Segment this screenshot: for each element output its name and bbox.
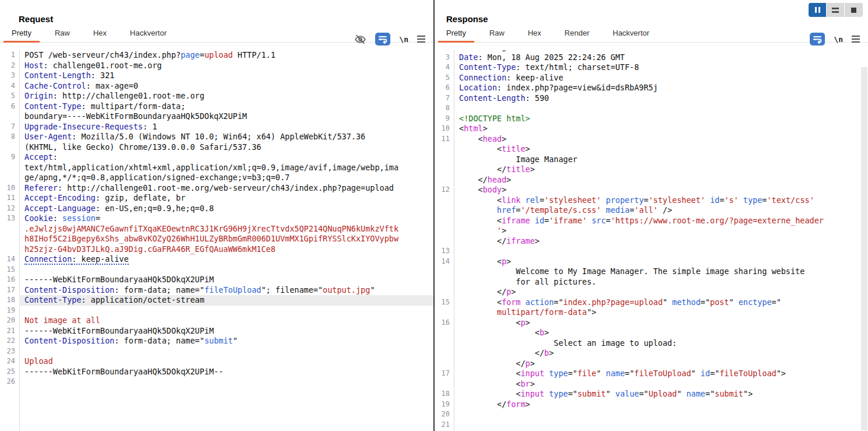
code-line[interactable]: text/html,application/xhtml+xml,applicat…	[0, 163, 433, 173]
code-text: h25zjz-G4bvD3TJLkQ.aJ9Dig.cGaFRA46R_EGfQ…	[19, 244, 433, 255]
tab-render[interactable]: Render	[559, 26, 595, 42]
editor-menu-icon[interactable]	[417, 36, 425, 43]
code-line[interactable]: 7Content-Length: 590	[435, 93, 868, 104]
code-line[interactable]: 20Not image at all	[0, 316, 433, 326]
code-line[interactable]: 3Date: Mon, 18 Aug 2025 22:24:26 GMT	[435, 52, 868, 63]
code-line[interactable]: 4Cache-Control: max-age=0	[0, 81, 433, 92]
code-line[interactable]: 10<html>	[435, 124, 868, 134]
tab-pretty[interactable]: Pretty	[440, 26, 472, 42]
code-line[interactable]: <link rel='stylesheet' property='stylesh…	[435, 195, 868, 206]
tab-hex[interactable]: Hex	[87, 26, 112, 42]
code-line[interactable]: Select an image to upload:	[435, 338, 868, 349]
code-line[interactable]: </p>	[435, 359, 868, 369]
pause-button[interactable]	[809, 3, 827, 17]
code-line[interactable]: </p>	[435, 287, 868, 297]
tab-hackvertor[interactable]: Hackvertor	[124, 26, 172, 42]
tab-hex[interactable]: Hex	[522, 26, 547, 42]
code-line[interactable]: 3Content-Length: 321	[0, 71, 433, 81]
show-newlines-icon[interactable]: \n	[399, 35, 408, 44]
code-line[interactable]: 1POST /web-serveur/ch43/index.php?page=u…	[0, 50, 433, 61]
word-wrap-toggle-icon[interactable]	[375, 33, 390, 45]
code-line[interactable]: 16 <p>	[435, 318, 868, 328]
code-line[interactable]: 24Upload	[0, 356, 433, 367]
code-line[interactable]: 17Content-Disposition: form-data; name="…	[0, 285, 433, 296]
code-line[interactable]: 18 <input type="submit" value="Upload" n…	[435, 389, 868, 400]
code-line[interactable]: 13Cookie: session=	[0, 213, 433, 224]
code-line[interactable]: '>	[435, 226, 868, 236]
response-scrollbar[interactable]	[861, 67, 867, 430]
code-line[interactable]: Welcome to My Image Manager. The simple …	[435, 267, 868, 277]
code-line[interactable]: 23	[0, 346, 433, 357]
stop-icon	[851, 8, 856, 13]
code-text	[19, 306, 433, 316]
code-line[interactable]: 7Upgrade-Insecure-Requests: 1	[0, 122, 433, 132]
word-wrap-toggle-icon[interactable]	[810, 33, 825, 45]
code-text: Content-Type: text/html; charset=UTF-8	[454, 62, 868, 73]
split-rows-button[interactable]	[827, 3, 845, 17]
code-line[interactable]: </title>	[435, 164, 868, 175]
tab-hackvertor[interactable]: Hackvertor	[607, 26, 655, 42]
code-line[interactable]: h8IHof5C2iBgepy6xShs_abw8vKOZyQ26WhH1ULZ…	[0, 234, 433, 244]
code-line[interactable]: 14 <p>	[435, 257, 868, 267]
show-newlines-icon[interactable]: \n	[834, 35, 843, 44]
stop-button[interactable]	[845, 3, 863, 17]
code-line[interactable]: h25zjz-G4bvD3TJLkQ.aJ9Dig.cGaFRA46R_EGfQ…	[0, 244, 433, 255]
code-line[interactable]: 11 <head>	[435, 134, 868, 145]
code-line[interactable]: 19 </form>	[435, 400, 868, 410]
code-line[interactable]: 21	[435, 420, 868, 430]
code-line[interactable]: 19	[0, 306, 433, 316]
code-line[interactable]: 5Origin: http://challenge01.root-me.org	[0, 91, 433, 101]
code-line[interactable]: 9<!DOCTYPE html>	[435, 114, 868, 124]
code-line[interactable]: </b>	[435, 348, 868, 359]
code-line[interactable]: 2Host: challenge01.root-me.org	[0, 61, 433, 71]
code-line[interactable]: 8	[435, 103, 868, 114]
code-line[interactable]: <title>	[435, 144, 868, 155]
code-line[interactable]: <br>	[435, 379, 868, 390]
request-editor[interactable]: 1POST /web-serveur/ch43/index.php?page=u…	[0, 50, 433, 431]
code-line[interactable]: for all pictures.	[435, 277, 868, 288]
code-line[interactable]: 12 <body>	[435, 185, 868, 195]
tab-pretty[interactable]: Pretty	[6, 26, 37, 42]
code-line[interactable]: 5Connection: keep-alive	[435, 73, 868, 83]
code-line[interactable]: 25------WebKitFormBoundaryaaHQk5DOkqX2UP…	[0, 367, 433, 377]
hide-eye-icon[interactable]	[354, 33, 366, 45]
code-line[interactable]: multipart/form-data">	[435, 307, 868, 318]
code-line[interactable]: 20	[435, 409, 868, 420]
code-line[interactable]: 4Content-Type: text/html; charset=UTF-8	[435, 62, 868, 73]
code-line[interactable]: 15 <form action="index.php?page=upload" …	[435, 297, 868, 308]
response-editor[interactable]: 2Server: nginx3Date: Mon, 18 Aug 2025 22…	[435, 50, 868, 431]
code-line[interactable]: 6Content-Type: multipart/form-data;	[0, 101, 433, 112]
editor-menu-icon[interactable]	[852, 36, 860, 43]
code-line[interactable]: Image Manager	[435, 155, 868, 165]
code-line[interactable]: 22Content-Disposition: form-data; name="…	[0, 336, 433, 346]
tab-raw[interactable]: Raw	[49, 26, 76, 42]
code-line[interactable]: 17 <input type="file" name="fileToUpload…	[435, 369, 868, 379]
code-line[interactable]: 10Referer: http://challenge01.root-me.or…	[0, 183, 433, 194]
code-line[interactable]: 21------WebKitFormBoundaryaaHQk5DOkqX2UP…	[0, 326, 433, 337]
code-line[interactable]: 18Content-Type: application/octet-stream	[0, 295, 433, 306]
code-line[interactable]: 9Accept:	[0, 152, 433, 163]
code-line[interactable]: 11Accept-Encoding: gzip, deflate, br	[0, 193, 433, 204]
code-line[interactable]: ge/apng,*/*;q=0.8,application/signed-exc…	[0, 173, 433, 183]
code-line[interactable]: 12Accept-Language: en-US,en;q=0.9,he;q=0…	[0, 204, 433, 214]
code-line[interactable]: 8User-Agent: Mozilla/5.0 (Windows NT 10.…	[0, 132, 433, 142]
line-number	[435, 277, 454, 288]
code-line[interactable]: 26	[0, 377, 433, 387]
code-text: User-Agent: Mozilla/5.0 (Windows NT 10.0…	[19, 132, 433, 142]
line-number: 22	[0, 336, 19, 346]
code-line[interactable]: .eJwlzjs0wjAMANC7eGawnfiTXqaKEOewtnRC3J1…	[0, 224, 433, 234]
code-line[interactable]: 16------WebKitFormBoundaryaaHQk5DOkqX2UP…	[0, 275, 433, 285]
code-line[interactable]: </iframe>	[435, 236, 868, 247]
code-line[interactable]: <iframe id='iframe' src='https://www.roo…	[435, 216, 868, 226]
code-line[interactable]: boundary=----WebKitFormBoundaryaaHQk5DOk…	[0, 111, 433, 122]
code-text: <iframe id='iframe' src='https://www.roo…	[454, 216, 868, 226]
code-line[interactable]: href='/template/s.css' media='all' />	[435, 205, 868, 216]
code-line[interactable]: </head>	[435, 175, 868, 185]
code-line[interactable]: 14Connection: keep-alive	[0, 254, 433, 265]
tab-raw[interactable]: Raw	[484, 26, 510, 42]
code-line[interactable]: (KHTML, like Gecko) Chrome/139.0.0.0 Saf…	[0, 142, 433, 153]
code-line[interactable]: <b>	[435, 328, 868, 338]
code-line[interactable]: 6Location: index.php?page=view&id=dsRbA9…	[435, 83, 868, 93]
code-line[interactable]: 15	[0, 265, 433, 275]
code-line[interactable]: 13	[435, 246, 868, 257]
